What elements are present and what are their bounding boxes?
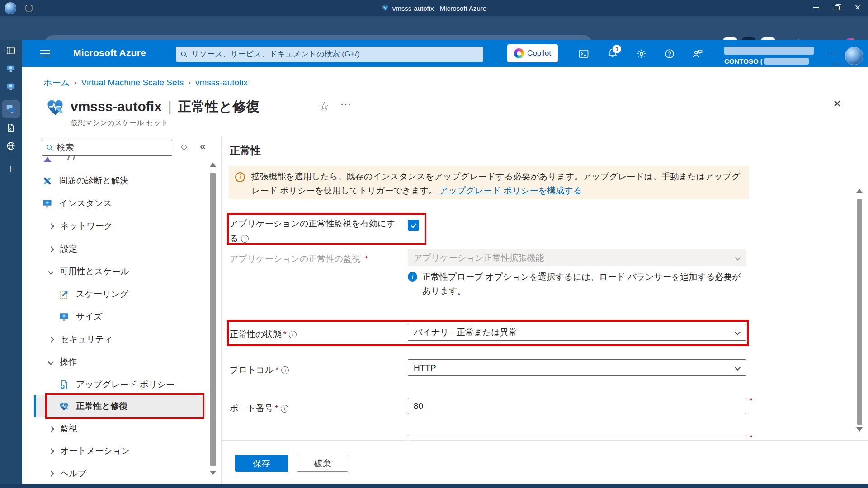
sidebar-item-networking[interactable]: ネットワーク — [34, 215, 206, 237]
window-close-button[interactable] — [847, 0, 868, 15]
menu-search-box[interactable] — [42, 140, 172, 156]
portal-menu-icon[interactable] — [40, 48, 50, 58]
chevron-right-icon — [48, 471, 54, 477]
menu-scroll-down-arrow[interactable] — [210, 471, 216, 475]
search-icon — [180, 51, 188, 58]
health-state-label: 正常性の状態 — [230, 328, 297, 340]
sidebar-item-diagnose[interactable]: 問題の診断と解決 — [34, 170, 206, 192]
scaling-icon — [59, 289, 69, 300]
azure-brand[interactable]: Microsoft Azure — [73, 47, 146, 58]
tab-favicon — [382, 5, 389, 12]
menu-search-input[interactable] — [57, 143, 168, 153]
sidebar-item-settings[interactable]: 設定 — [34, 238, 206, 260]
panel-divider — [221, 136, 222, 484]
sidebar-item-automation[interactable]: オートメーション — [34, 440, 206, 462]
account-avatar[interactable] — [845, 47, 863, 65]
warning-text: 拡張機能を適用したら、既存のインスタンスをアップグレードする必要があります。アッ… — [251, 169, 740, 197]
edge-tabs-icon[interactable] — [6, 46, 16, 57]
main-scroll-down-arrow[interactable] — [856, 427, 863, 432]
truncated-menu-item-icon[interactable] — [44, 157, 51, 162]
breadcrumb-home[interactable]: ホーム — [43, 77, 70, 89]
browser-toolbar: https://portal.azure.com/#@MngEnvMCAP073… — [0, 16, 868, 40]
enable-monitoring-checkbox[interactable] — [408, 220, 419, 231]
page-subtitle: 仮想マシンのスケール セット — [71, 118, 168, 128]
menu-scrollbar-thumb[interactable] — [210, 173, 216, 466]
menu-scroll-up-arrow[interactable] — [210, 163, 216, 167]
account-directory-redacted — [764, 58, 809, 65]
edge-add-icon[interactable] — [6, 164, 16, 174]
edge-vmss-active-icon[interactable] — [2, 100, 20, 118]
sidebar-item-help[interactable]: ヘルプ — [34, 463, 206, 484]
notification-badge: 1 — [613, 45, 621, 53]
edge-globe-icon[interactable] — [6, 141, 16, 153]
save-button[interactable]: 保存 — [235, 455, 288, 472]
edge-sidebar — [0, 40, 22, 484]
help-icon[interactable] — [661, 46, 678, 61]
checkmark-icon — [410, 222, 417, 229]
sidebar-item-security[interactable]: セキュリティ — [34, 328, 206, 350]
discard-button[interactable]: 破棄 — [297, 455, 348, 472]
health-state-dropdown[interactable]: バイナリ - 正常または異常 — [408, 324, 746, 341]
protocol-dropdown[interactable]: HTTP — [408, 359, 746, 376]
settings-gear-icon[interactable] — [633, 46, 650, 61]
sidebar-item-scaling[interactable]: スケーリング — [34, 283, 206, 305]
breadcrumb-resource[interactable]: vmsss-autofix — [195, 78, 248, 88]
menu-pin-icon[interactable] — [181, 144, 187, 150]
blade-close-icon[interactable]: × — [833, 97, 841, 110]
edge-vm-icon-2[interactable] — [6, 82, 16, 94]
configure-upgrade-policy-link[interactable]: アップグレード ポリシーを構成する — [439, 186, 582, 195]
menu-collapse-icon[interactable] — [200, 140, 206, 153]
sidebar-item-monitoring[interactable]: 監視 — [34, 418, 206, 440]
truncated-menu-item — [67, 156, 70, 160]
protocol-label: プロトコル — [230, 364, 289, 376]
app-health-label: アプリケーションの正常性の監視 — [230, 253, 368, 265]
global-search-input[interactable] — [191, 50, 479, 59]
info-icon[interactable] — [281, 366, 289, 374]
info-icon[interactable] — [289, 331, 297, 338]
port-label: ポート番号 — [230, 403, 288, 414]
chevron-down-icon — [735, 329, 741, 335]
title-more-icon[interactable] — [340, 95, 351, 108]
warning-banner: 拡張機能を適用したら、既存のインスタンスをアップグレードする必要があります。アッ… — [229, 166, 749, 199]
note-info-icon — [408, 272, 417, 282]
window-restore-button[interactable] — [826, 0, 847, 15]
chevron-down-icon — [735, 365, 741, 371]
info-icon[interactable] — [281, 405, 288, 413]
edge-document-x-icon[interactable] — [6, 123, 16, 135]
required-asterisk — [750, 396, 753, 406]
sidebar-group-operations[interactable]: 操作 — [34, 351, 206, 373]
favorite-star-icon[interactable] — [319, 99, 329, 113]
copilot-button[interactable]: Copilot — [507, 44, 558, 62]
edge-vm-icon[interactable] — [6, 64, 16, 75]
app-health-dropdown: アプリケーション正常性拡張機能 — [408, 249, 746, 266]
azure-header: Microsoft Azure Copilot 1 — [22, 40, 868, 67]
sidebar-item-upgrade-policy[interactable]: アップグレード ポリシー — [34, 374, 206, 395]
sidebar-item-instances[interactable]: インスタンス — [34, 192, 206, 214]
chevron-down-icon — [735, 255, 741, 261]
main-scrollbar-thumb[interactable] — [857, 199, 862, 425]
account-directory: CONTOSO ( — [724, 57, 809, 65]
search-icon — [46, 144, 53, 152]
tab-stack-icon[interactable] — [24, 4, 33, 13]
global-search[interactable] — [176, 47, 483, 62]
tools-icon — [42, 176, 52, 186]
port-input[interactable] — [408, 398, 746, 414]
main-scroll-up-arrow[interactable] — [856, 189, 863, 193]
edge-profile-avatar[interactable] — [5, 2, 16, 14]
info-icon[interactable] — [241, 235, 249, 243]
cloud-shell-icon[interactable] — [576, 46, 592, 61]
breadcrumb-vmss[interactable]: Virtual Machine Scale Sets — [81, 78, 184, 88]
sidebar-item-health-repair[interactable]: 正常性と修復 — [34, 395, 206, 417]
feedback-icon[interactable] — [689, 46, 706, 61]
window-minimize-button[interactable] — [806, 0, 826, 15]
chevron-right-icon — [48, 448, 54, 454]
sidebar-group-availability[interactable]: 可用性とスケール — [34, 261, 206, 282]
warning-info-icon — [235, 172, 245, 182]
tab-title: vmsss-autofix - Microsoft Azure — [0, 0, 868, 16]
account-more-icon-2[interactable] — [831, 54, 843, 67]
breadcrumb-separator: › — [188, 78, 191, 87]
enable-monitoring-label-line2: る — [230, 233, 249, 244]
notifications-bell-icon[interactable]: 1 — [604, 46, 621, 61]
sidebar-item-size[interactable]: サイズ — [34, 306, 206, 328]
clipped-field[interactable] — [408, 435, 746, 440]
